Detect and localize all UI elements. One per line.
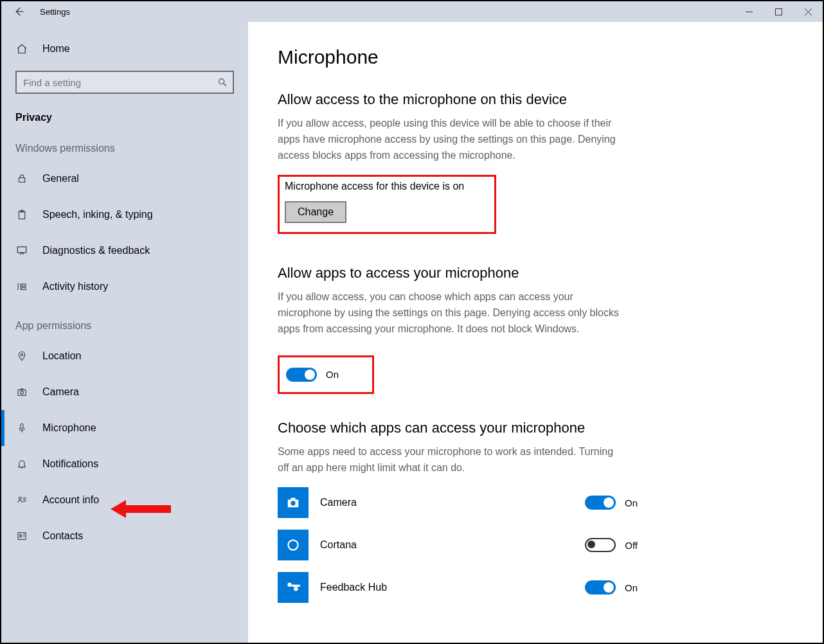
sidebar-item-diagnostics[interactable]: Diagnostics & feedback	[1, 233, 248, 269]
clipboard-icon	[15, 209, 28, 220]
feedback-app-icon	[278, 572, 309, 603]
sidebar-item-label: Microphone	[42, 422, 96, 434]
section1-heading: Allow access to the microphone on this d…	[278, 91, 793, 108]
app-row-cortana: Cortana Off	[278, 530, 638, 560]
active-indicator	[1, 410, 4, 446]
sidebar: Home Privacy Windows permissions General…	[1, 22, 248, 643]
svg-point-14	[21, 353, 22, 355]
svg-point-28	[291, 501, 295, 506]
location-icon	[15, 350, 28, 362]
sidebar-item-label: General	[42, 173, 79, 184]
app-row-camera: Camera On	[278, 487, 638, 518]
camera-app-icon	[278, 487, 309, 518]
section2-desc: If you allow access, you can choose whic…	[278, 289, 625, 337]
sidebar-item-label: Account info	[42, 494, 99, 506]
svg-rect-13	[22, 287, 26, 289]
annotation-arrow	[111, 500, 171, 518]
annotation-box-2: On	[278, 355, 374, 394]
device-access-status: Microphone access for this device is on	[285, 181, 489, 192]
svg-line-5	[224, 84, 226, 86]
page-title: Microphone	[278, 46, 793, 68]
microphone-icon	[15, 422, 28, 434]
window-title: Settings	[40, 7, 70, 17]
sidebar-item-location[interactable]: Location	[1, 338, 248, 374]
cortana-app-icon	[278, 530, 309, 560]
close-button[interactable]	[793, 1, 823, 22]
sidebar-item-activity[interactable]: Activity history	[1, 269, 248, 305]
maximize-button[interactable]	[764, 1, 793, 22]
change-button[interactable]: Change	[285, 201, 346, 223]
app-toggle-label: Off	[625, 540, 638, 551]
svg-point-19	[19, 497, 21, 499]
app-name: Camera	[320, 497, 573, 508]
titlebar: Settings	[1, 1, 823, 22]
sidebar-item-label: Diagnostics & feedback	[42, 245, 150, 256]
svg-point-32	[294, 587, 298, 591]
sidebar-item-general[interactable]: General	[1, 161, 248, 197]
sidebar-item-label: Activity history	[42, 281, 108, 292]
app-toggle-feedback[interactable]	[585, 580, 616, 595]
minimize-button[interactable]	[734, 1, 764, 22]
sidebar-item-label: Contacts	[42, 530, 83, 542]
svg-point-30	[288, 541, 298, 550]
svg-rect-12	[22, 284, 26, 286]
app-toggle-label: On	[625, 497, 638, 508]
app-name: Cortana	[320, 539, 573, 551]
section1-desc: If you allow access, people using this d…	[278, 116, 625, 163]
sidebar-home[interactable]: Home	[1, 31, 248, 67]
apps-access-toggle-label: On	[326, 369, 339, 380]
svg-rect-29	[291, 498, 295, 501]
section2-heading: Allow apps to access your microphone	[278, 265, 793, 282]
account-icon	[15, 495, 28, 505]
search-input[interactable]	[15, 71, 234, 94]
app-name: Feedback Hub	[320, 582, 573, 593]
search-icon	[217, 77, 228, 87]
svg-rect-6	[19, 178, 24, 183]
feedback-icon	[15, 245, 28, 256]
sidebar-item-label: Location	[42, 350, 82, 362]
sidebar-item-label: Notifications	[42, 458, 98, 470]
sidebar-item-microphone[interactable]: Microphone	[1, 410, 248, 446]
sidebar-item-notifications[interactable]: Notifications	[1, 446, 248, 482]
svg-rect-33	[292, 585, 300, 587]
timeline-icon	[15, 282, 28, 292]
annotation-box-1: Microphone access for this device is on …	[278, 175, 496, 234]
section3-heading: Choose which apps can access your microp…	[278, 420, 793, 436]
sidebar-item-label: Speech, inking, & typing	[42, 209, 153, 220]
lock-icon	[15, 173, 28, 184]
app-row-feedback: Feedback Hub On	[278, 572, 638, 603]
camera-icon	[15, 387, 28, 397]
sidebar-item-speech[interactable]: Speech, inking, & typing	[1, 197, 248, 233]
bell-icon	[15, 458, 28, 470]
sidebar-section-windows: Windows permissions	[1, 143, 248, 154]
apps-access-toggle[interactable]	[286, 368, 317, 382]
content-area: Microphone Allow access to the microphon…	[248, 22, 823, 643]
sidebar-item-camera[interactable]: Camera	[1, 374, 248, 410]
sidebar-home-label: Home	[42, 43, 70, 55]
sidebar-item-label: Camera	[42, 386, 79, 398]
svg-point-31	[287, 583, 292, 587]
app-toggle-cortana[interactable]	[585, 538, 616, 552]
sidebar-section-app: App permissions	[1, 320, 248, 332]
contacts-icon	[15, 531, 28, 541]
app-toggle-label: On	[625, 582, 638, 593]
svg-rect-17	[21, 424, 23, 429]
home-icon	[15, 43, 28, 55]
section3-desc: Some apps need to access your microphone…	[278, 444, 625, 476]
svg-point-24	[20, 534, 22, 536]
sidebar-category: Privacy	[1, 112, 248, 123]
svg-rect-9	[17, 247, 26, 253]
back-icon[interactable]	[13, 6, 24, 17]
sidebar-item-contacts[interactable]: Contacts	[1, 518, 248, 554]
svg-point-16	[21, 391, 24, 394]
svg-point-4	[219, 79, 224, 84]
svg-rect-1	[775, 8, 782, 15]
app-toggle-camera[interactable]	[585, 496, 616, 510]
